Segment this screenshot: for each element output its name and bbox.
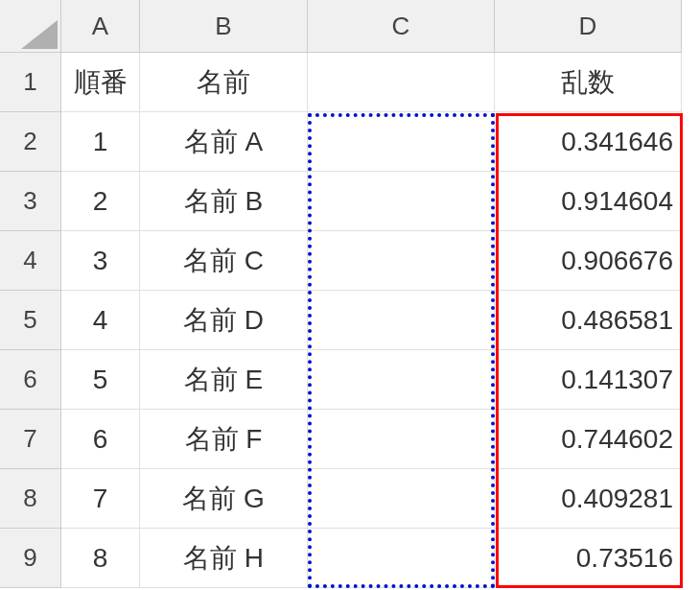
cell-D3[interactable]: 0.914604 bbox=[495, 172, 682, 231]
cell-B7[interactable]: 名前 F bbox=[140, 410, 308, 469]
cell-A4[interactable]: 3 bbox=[61, 231, 140, 291]
row-header-3[interactable]: 3 bbox=[0, 172, 61, 231]
cell-A1[interactable]: 順番 bbox=[61, 53, 140, 112]
cell-C9[interactable] bbox=[308, 529, 495, 588]
cell-B1[interactable]: 名前 bbox=[140, 53, 308, 112]
cell-A3[interactable]: 2 bbox=[61, 172, 140, 231]
cell-D2[interactable]: 0.341646 bbox=[495, 112, 682, 172]
cell-D4[interactable]: 0.906676 bbox=[495, 231, 682, 291]
row-header-4[interactable]: 4 bbox=[0, 231, 61, 291]
row-header-8[interactable]: 8 bbox=[0, 469, 61, 529]
row-header-1[interactable]: 1 bbox=[0, 53, 61, 112]
cell-A7[interactable]: 6 bbox=[61, 410, 140, 469]
col-header-D[interactable]: D bbox=[495, 0, 682, 53]
cell-B9[interactable]: 名前 H bbox=[140, 529, 308, 588]
row-header-5[interactable]: 5 bbox=[0, 291, 61, 350]
cell-C6[interactable] bbox=[308, 350, 495, 410]
cell-C8[interactable] bbox=[308, 469, 495, 529]
cell-A6[interactable]: 5 bbox=[61, 350, 140, 410]
cell-B5[interactable]: 名前 D bbox=[140, 291, 308, 350]
cell-D1[interactable]: 乱数 bbox=[495, 53, 682, 112]
cell-C7[interactable] bbox=[308, 410, 495, 469]
cell-C3[interactable] bbox=[308, 172, 495, 231]
cell-D8[interactable]: 0.409281 bbox=[495, 469, 682, 529]
cell-A5[interactable]: 4 bbox=[61, 291, 140, 350]
row-header-7[interactable]: 7 bbox=[0, 410, 61, 469]
cell-B4[interactable]: 名前 C bbox=[140, 231, 308, 291]
cell-D9[interactable]: 0.73516 bbox=[495, 529, 682, 588]
col-header-A[interactable]: A bbox=[61, 0, 140, 53]
row-header-6[interactable]: 6 bbox=[0, 350, 61, 410]
cell-A8[interactable]: 7 bbox=[61, 469, 140, 529]
row-header-2[interactable]: 2 bbox=[0, 112, 61, 172]
cell-C1[interactable] bbox=[308, 53, 495, 112]
cell-A9[interactable]: 8 bbox=[61, 529, 140, 588]
cell-D7[interactable]: 0.744602 bbox=[495, 410, 682, 469]
cell-C4[interactable] bbox=[308, 231, 495, 291]
col-header-C[interactable]: C bbox=[308, 0, 495, 53]
cell-B2[interactable]: 名前 A bbox=[140, 112, 308, 172]
cell-B3[interactable]: 名前 B bbox=[140, 172, 308, 231]
cell-C2[interactable] bbox=[308, 112, 495, 172]
row-header-9[interactable]: 9 bbox=[0, 529, 61, 588]
spreadsheet-grid: A B C D 1 順番 名前 乱数 2 1 名前 A 0.341646 3 2… bbox=[0, 0, 682, 588]
cell-A2[interactable]: 1 bbox=[61, 112, 140, 172]
cell-B6[interactable]: 名前 E bbox=[140, 350, 308, 410]
cell-B8[interactable]: 名前 G bbox=[140, 469, 308, 529]
select-all-corner[interactable] bbox=[0, 0, 61, 53]
cell-C5[interactable] bbox=[308, 291, 495, 350]
cell-D6[interactable]: 0.141307 bbox=[495, 350, 682, 410]
cell-D5[interactable]: 0.486581 bbox=[495, 291, 682, 350]
col-header-B[interactable]: B bbox=[140, 0, 308, 53]
